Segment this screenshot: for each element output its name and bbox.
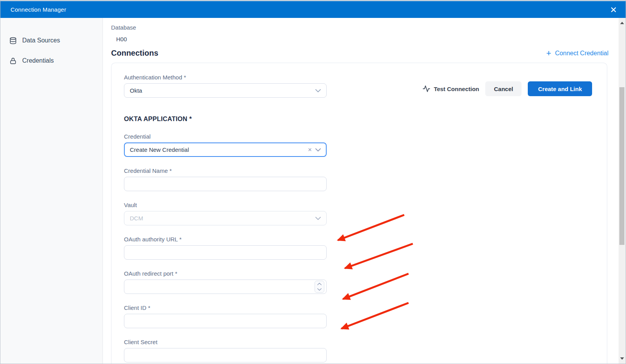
window-title: Connection Manager xyxy=(11,6,66,13)
clear-icon[interactable]: × xyxy=(308,146,312,153)
spinner-down-icon[interactable] xyxy=(315,287,324,293)
oauth-redirect-port-label: OAuth redirect port * xyxy=(124,270,327,277)
auth-method-label: Authentication Method * xyxy=(124,74,327,81)
database-icon xyxy=(9,37,17,44)
okta-application-heading: OKTA APPLICATION * xyxy=(124,115,592,123)
oauth-redirect-port-input[interactable] xyxy=(124,280,327,294)
chevron-down-icon xyxy=(315,217,321,220)
page-title: Connections xyxy=(111,49,158,58)
auth-method-value: Okta xyxy=(130,87,142,94)
main-content: Database H00 Connections + Connect Crede… xyxy=(103,18,626,364)
lock-icon xyxy=(9,57,17,65)
client-id-field: Client ID * xyxy=(124,304,327,328)
oauth-authority-url-input[interactable] xyxy=(124,245,327,260)
vault-label: Vault xyxy=(124,202,327,208)
vault-select[interactable]: DCM xyxy=(124,211,327,225)
test-connection-button[interactable]: Test Connection xyxy=(423,85,479,93)
vault-field: Vault DCM xyxy=(124,202,327,225)
scroll-down-icon[interactable] xyxy=(619,355,626,362)
credential-value: Create New Credential xyxy=(130,146,189,153)
client-secret-field: Client Secret xyxy=(124,339,327,362)
sidebar: Data Sources Credentials xyxy=(0,18,103,364)
client-secret-input[interactable] xyxy=(124,348,327,362)
number-spinner xyxy=(315,281,324,293)
oauth-authority-url-field: OAuth authority URL * xyxy=(124,236,327,260)
client-secret-label: Client Secret xyxy=(124,339,327,345)
credential-name-input[interactable] xyxy=(124,177,327,191)
form-actions: Test Connection Cancel Create and Link xyxy=(423,81,592,96)
vertical-scrollbar[interactable] xyxy=(619,18,626,364)
credential-select[interactable]: Create New Credential × xyxy=(124,142,327,157)
credential-name-field: Credential Name * xyxy=(124,167,327,191)
create-and-link-button[interactable]: Create and Link xyxy=(528,81,592,96)
cancel-button[interactable]: Cancel xyxy=(485,81,522,96)
plus-icon: + xyxy=(546,50,551,56)
chevron-down-icon xyxy=(315,89,321,92)
credential-name-label: Credential Name * xyxy=(124,167,327,174)
client-id-input[interactable] xyxy=(124,314,327,328)
client-id-label: Client ID * xyxy=(124,304,327,311)
scroll-up-icon[interactable] xyxy=(619,19,626,26)
auth-method-select[interactable]: Okta xyxy=(124,83,327,98)
vault-value: DCM xyxy=(130,215,143,222)
database-value: H00 xyxy=(116,36,614,42)
sidebar-item-label: Data Sources xyxy=(22,37,60,44)
activity-icon xyxy=(423,85,430,93)
sidebar-item-label: Credentials xyxy=(22,57,54,64)
connect-credential-label: Connect Credential xyxy=(555,50,608,57)
connection-manager-window: Connection Manager Data Sources xyxy=(0,0,626,364)
connection-form-card: Test Connection Cancel Create and Link A… xyxy=(111,63,607,364)
title-bar: Connection Manager xyxy=(0,0,626,18)
scrollbar-thumb[interactable] xyxy=(619,87,624,245)
credential-field: Credential Create New Credential × xyxy=(124,133,327,157)
sidebar-item-data-sources[interactable]: Data Sources xyxy=(0,33,103,48)
oauth-authority-url-label: OAuth authority URL * xyxy=(124,236,327,243)
sidebar-item-credentials[interactable]: Credentials xyxy=(0,53,103,69)
close-icon[interactable] xyxy=(610,6,617,13)
chevron-down-icon xyxy=(315,148,321,151)
auth-method-field: Authentication Method * Okta xyxy=(124,74,327,98)
test-connection-label: Test Connection xyxy=(434,86,479,92)
connections-header-row: Connections + Connect Credential xyxy=(111,49,614,58)
window-body: Data Sources Credentials Database H00 Co… xyxy=(0,18,626,364)
spinner-up-icon[interactable] xyxy=(315,281,324,287)
credential-label: Credential xyxy=(124,133,327,140)
connect-credential-button[interactable]: + Connect Credential xyxy=(546,50,608,57)
database-label: Database xyxy=(111,24,614,31)
oauth-redirect-port-field: OAuth redirect port * xyxy=(124,270,327,294)
